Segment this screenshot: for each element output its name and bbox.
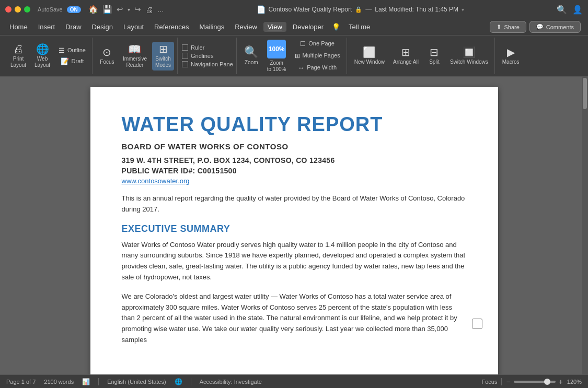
search-icon[interactable]: 🔍	[557, 5, 567, 15]
gridlines-label: Gridlines	[191, 53, 213, 59]
menu-layout[interactable]: Layout	[119, 22, 148, 32]
fullscreen-button[interactable]	[24, 6, 30, 13]
zoom-percent: 120%	[567, 379, 582, 385]
zoom-100-label: Zoomto 100%	[267, 60, 286, 73]
macros-button[interactable]: ▶ Macros	[499, 45, 523, 67]
close-button[interactable]	[5, 6, 11, 13]
macros-label: Macros	[502, 59, 520, 65]
document-address2: PUBLIC WATER ID#: C00151500	[122, 167, 467, 175]
minimize-button[interactable]	[15, 6, 21, 13]
menu-bar: Home Insert Draw Design Layout Reference…	[0, 19, 588, 36]
page-width-icon: ↔	[298, 64, 304, 72]
zoom-plus-button[interactable]: +	[559, 378, 563, 386]
outline-icon: ☰	[59, 47, 65, 54]
new-window-button[interactable]: ⬜ New Window	[351, 45, 388, 67]
print-layout-icon: 🖨	[13, 44, 24, 54]
document-page: WATER QUALITY REPORT BOARD OF WATER WORK…	[90, 87, 498, 374]
print-icon[interactable]: 🖨	[145, 5, 153, 14]
switch-windows-button[interactable]: 🔲 Switch Windows	[447, 45, 491, 67]
zoom-slider-track[interactable]	[514, 381, 556, 383]
document-title: WATER QUALITY REPORT	[122, 113, 467, 136]
accessibility[interactable]: Accessibility: Investigate	[200, 379, 262, 385]
save-icon[interactable]: 💾	[102, 5, 112, 14]
toolbar: 🖨 PrintLayout 🌐 WebLayout ☰ Outline 📝 Dr…	[0, 36, 588, 76]
macros-group: ▶ Macros	[496, 38, 526, 74]
gridlines-checkbox[interactable]: Gridlines	[182, 53, 233, 59]
focus-button[interactable]: ⊙ Focus	[97, 45, 118, 67]
split-icon: ⊟	[430, 47, 439, 57]
menu-review[interactable]: Review	[230, 22, 261, 32]
undo-icon[interactable]: ↩	[117, 5, 123, 14]
word-count-icon[interactable]: 📊	[82, 378, 90, 385]
ruler-checkbox-box[interactable]	[182, 44, 188, 51]
split-button[interactable]: ⊟ Split	[424, 45, 445, 67]
ruler-checkbox[interactable]: Ruler	[182, 44, 233, 51]
menu-references[interactable]: References	[150, 22, 193, 32]
comment-bubble[interactable]	[472, 319, 482, 329]
document-area: WATER QUALITY REPORT BOARD OF WATER WORK…	[0, 77, 588, 374]
menu-tell-me[interactable]: Tell me	[344, 22, 374, 32]
menu-insert[interactable]: Insert	[34, 22, 60, 32]
comments-button[interactable]: 💬 Comments	[529, 21, 581, 33]
print-layout-button[interactable]: 🖨 PrintLayout	[7, 42, 29, 70]
doc-icon: 📄	[257, 5, 266, 14]
navigation-pane-checkbox-box[interactable]	[182, 61, 188, 67]
zoom-slider-thumb[interactable]	[544, 379, 550, 385]
share-label: Share	[504, 24, 519, 30]
arrange-all-button[interactable]: ⊞ Arrange All	[390, 45, 422, 67]
ruler-label: Ruler	[191, 44, 204, 51]
menu-developer[interactable]: Developer	[289, 22, 328, 32]
home-icon[interactable]: 🏠	[88, 5, 98, 14]
zoom-group: 🔍 Zoom 100% Zoomto 100% ☐ One Page ⊞ Mul…	[238, 38, 347, 74]
more-icon[interactable]: …	[157, 6, 164, 14]
document-address1: 319 W. 4TH STREET, P.O. BOX 1234, CONTOS…	[122, 156, 467, 164]
autosave-label: AutoSave	[38, 6, 63, 13]
modified-dropdown[interactable]: ▾	[462, 7, 464, 13]
undo-dropdown-icon[interactable]: ▾	[128, 7, 130, 13]
document-intro: This is an annual report regarding the q…	[122, 193, 467, 215]
zoom-slider: − +	[506, 378, 562, 386]
zoom-button[interactable]: 🔍 Zoom	[241, 44, 262, 68]
scrollbar-thumb[interactable]	[583, 78, 587, 109]
zoom-minus-button[interactable]: −	[506, 378, 510, 386]
focus-label[interactable]: Focus	[482, 379, 498, 385]
comments-icon: 💬	[536, 23, 544, 30]
draft-button[interactable]: 📝 Draft	[55, 56, 89, 66]
document-link[interactable]: www.contosowater.org	[122, 177, 467, 185]
page-width-button[interactable]: ↔ Page Width	[292, 63, 343, 73]
autosave-toggle[interactable]: ON	[67, 6, 81, 13]
immersive-reader-button[interactable]: 📖 ImmersiveReader	[120, 42, 150, 70]
one-page-button[interactable]: ☐ One Page	[292, 39, 343, 49]
menu-mailings[interactable]: Mailings	[195, 22, 229, 32]
menu-view[interactable]: View	[263, 22, 286, 32]
status-divider2	[191, 378, 191, 385]
outline-label: Outline	[67, 47, 86, 54]
zoom-100-button[interactable]: 100% Zoomto 100%	[264, 38, 290, 75]
share-button[interactable]: ⬆ Share	[490, 21, 526, 33]
header-actions: ⬆ Share 💬 Comments	[490, 21, 583, 33]
outline-button[interactable]: ☰ Outline	[55, 45, 89, 55]
menu-draw[interactable]: Draw	[61, 22, 85, 32]
status-divider1	[98, 378, 99, 385]
web-layout-button[interactable]: 🌐 WebLayout	[31, 42, 53, 70]
draft-label: Draft	[72, 58, 84, 65]
scrollbar-track[interactable]	[582, 77, 588, 374]
redo-icon[interactable]: ↪	[134, 5, 141, 14]
traffic-lights	[5, 6, 30, 13]
focus-group: ⊙ Focus 📖 ImmersiveReader ⊞ SwitchModes	[94, 38, 178, 74]
immersive-reader-label: ImmersiveReader	[123, 56, 147, 68]
lightbulb-icon: 💡	[332, 23, 340, 31]
switch-modes-button[interactable]: ⊞ SwitchModes	[152, 42, 174, 70]
user-icon[interactable]: 👤	[572, 5, 583, 15]
menu-home[interactable]: Home	[5, 22, 32, 32]
document-subtitle: BOARD OF WATER WORKS OF CONTOSO	[122, 142, 467, 151]
navigation-pane-checkbox[interactable]: Navigation Pane	[182, 61, 233, 67]
one-page-icon: ☐	[300, 40, 306, 48]
gridlines-checkbox-box[interactable]	[182, 53, 188, 59]
switch-windows-icon: 🔲	[463, 47, 476, 57]
multiple-pages-button[interactable]: ⊞ Multiple Pages	[292, 51, 343, 61]
switch-modes-label: SwitchModes	[155, 56, 171, 68]
web-layout-icon: 🌐	[36, 44, 49, 54]
status-divider3	[501, 378, 502, 385]
menu-design[interactable]: Design	[88, 22, 117, 32]
